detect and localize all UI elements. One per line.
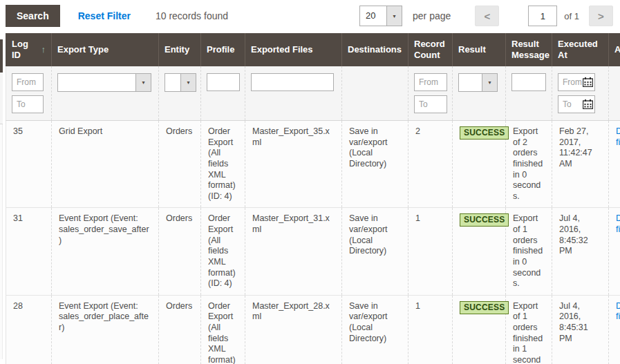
- cell-entity: Orders: [159, 295, 201, 364]
- search-button[interactable]: Search: [6, 5, 60, 27]
- chevron-down-icon: ▾: [135, 74, 151, 91]
- total-pages-label: of 1: [564, 11, 579, 21]
- column-header-exported-files[interactable]: Exported Files: [245, 33, 342, 66]
- cell-log-id: 31: [6, 208, 52, 295]
- filter-cell-destinations: [342, 66, 408, 121]
- pagination-controls: 20 ▾ per page < of 1 >: [359, 6, 613, 26]
- cell-result-message: Export of 1 orders finished in 0 seconds…: [506, 208, 552, 295]
- column-header-export-type[interactable]: Export Type: [52, 33, 159, 66]
- result-message-filter-input[interactable]: [511, 73, 546, 91]
- previous-page-button[interactable]: <: [475, 6, 499, 26]
- filter-cell-profile: [201, 66, 245, 121]
- log-id-to-input[interactable]: [12, 95, 44, 113]
- cell-destinations: Save in var/export (Local Directory): [342, 121, 408, 208]
- per-page-select[interactable]: 20 ▾: [359, 6, 402, 26]
- entity-filter-select[interactable]: ▾: [165, 73, 196, 92]
- column-header-log-id[interactable]: Log ID ↑: [6, 33, 52, 66]
- cell-executed-at: Jul 4, 2016, 8:45:31 PM: [552, 295, 609, 364]
- table-row[interactable]: 31 Event Export (Event: sales_order_save…: [6, 208, 620, 295]
- cell-export-type: Grid Export: [52, 121, 159, 208]
- cell-result: SUCCESS: [453, 208, 506, 295]
- calendar-icon[interactable]: [581, 76, 594, 88]
- download-file-link[interactable]: Download file: [616, 126, 620, 147]
- next-page-button[interactable]: >: [589, 6, 613, 26]
- cell-result: SUCCESS: [453, 295, 506, 364]
- column-header-destinations[interactable]: Destinations: [342, 33, 408, 66]
- column-header-result[interactable]: Result: [453, 33, 506, 66]
- status-badge: SUCCESS: [460, 126, 509, 140]
- cell-result-message: Export of 2 orders finished in 0 seconds…: [506, 121, 552, 208]
- cell-log-id: 28: [6, 295, 52, 364]
- clipped-left-edge: [0, 39, 3, 359]
- reset-filter-link[interactable]: Reset Filter: [78, 10, 131, 21]
- column-header-record-count[interactable]: Record Count: [408, 33, 453, 66]
- grid-header-row: Log ID ↑ Export Type Entity Profile Expo…: [6, 33, 620, 66]
- cell-entity: Orders: [159, 121, 201, 208]
- grid-toolbar: Search Reset Filter 10 records found 20 …: [0, 0, 620, 33]
- sort-ascending-icon: ↑: [41, 44, 46, 55]
- exported-files-filter-input[interactable]: [251, 73, 334, 91]
- cell-action: Download file: [609, 208, 620, 295]
- cell-executed-at: Jul 4, 2016, 8:45:32 PM: [552, 208, 609, 295]
- chevron-down-icon: ▾: [386, 6, 402, 26]
- cell-profile: Order Export (All fields XML format) (ID…: [201, 295, 245, 364]
- table-row[interactable]: 35 Grid Export Orders Order Export (All …: [6, 121, 620, 208]
- grid-filter-row: ▾ ▾: [6, 66, 620, 121]
- log-id-from-input[interactable]: [12, 73, 44, 91]
- cell-result-message: Export of 1 orders finished in 1 seconds…: [506, 295, 552, 364]
- cell-destinations: Save in var/export (Local Directory): [342, 208, 408, 295]
- cell-entity: Orders: [159, 208, 201, 295]
- record-count-from-input[interactable]: [414, 73, 447, 91]
- filter-cell-exported-files: [245, 66, 342, 121]
- export-log-grid: Log ID ↑ Export Type Entity Profile Expo…: [6, 33, 620, 364]
- cell-action: Download file: [609, 295, 620, 364]
- cell-action: Download file: [609, 121, 620, 208]
- filter-cell-entity: ▾: [159, 66, 201, 121]
- record-count-to-input[interactable]: [414, 95, 447, 113]
- filter-cell-result-message: [506, 66, 552, 121]
- chevron-down-icon: ▾: [180, 74, 196, 91]
- cell-record-count: 2: [408, 121, 453, 208]
- status-badge: SUCCESS: [460, 301, 509, 314]
- cell-profile: Order Export (All fields XML format) (ID…: [201, 121, 245, 208]
- profile-filter-input[interactable]: [207, 73, 240, 91]
- filter-cell-log-id: [6, 66, 52, 121]
- filter-cell-action: [609, 66, 620, 121]
- column-header-profile[interactable]: Profile: [201, 33, 245, 66]
- column-header-entity[interactable]: Entity: [159, 33, 201, 66]
- status-badge: SUCCESS: [460, 213, 509, 227]
- cell-result: SUCCESS: [453, 121, 506, 208]
- per-page-label: per page: [413, 10, 451, 21]
- cell-record-count: 1: [408, 295, 453, 364]
- cell-log-id: 35: [6, 121, 52, 208]
- column-header-action[interactable]: Action: [609, 33, 620, 66]
- table-row[interactable]: 28 Event Export (Event: sales_order_plac…: [6, 295, 620, 364]
- chevron-right-icon: >: [598, 10, 604, 22]
- cell-executed-at: Feb 27, 2017, 11:42:47 AM: [552, 121, 609, 208]
- result-filter-select[interactable]: ▾: [458, 73, 498, 92]
- cell-export-type: Event Export (Event: sales_order_place_a…: [52, 295, 159, 364]
- column-label: Log ID: [12, 39, 39, 61]
- cell-record-count: 1: [408, 208, 453, 295]
- per-page-value: 20: [360, 6, 386, 26]
- export-type-filter-select[interactable]: ▾: [57, 73, 151, 92]
- cell-export-type: Event Export (Event: sales_order_save_af…: [52, 208, 159, 295]
- chevron-left-icon: <: [484, 10, 490, 22]
- records-found-text: 10 records found: [156, 10, 228, 21]
- cell-exported-files: Master_Export_35.xml: [245, 121, 342, 208]
- filter-cell-record-count: [408, 66, 453, 121]
- calendar-icon[interactable]: [581, 98, 594, 111]
- filter-cell-export-type: ▾: [52, 66, 159, 121]
- filter-cell-result: ▾: [453, 66, 506, 121]
- cell-exported-files: Master_Export_28.xml: [245, 295, 342, 364]
- cell-destinations: Save in var/export (Local Directory): [342, 295, 408, 364]
- page-number-input[interactable]: [528, 6, 557, 26]
- download-file-link[interactable]: Download file: [616, 213, 620, 234]
- cell-profile: Order Export (All fields XML format) (ID…: [201, 208, 245, 295]
- filter-cell-executed-at: [552, 66, 609, 121]
- download-file-link[interactable]: Download file: [616, 301, 620, 322]
- chevron-down-icon: ▾: [482, 74, 497, 91]
- column-header-result-message[interactable]: Result Message: [506, 33, 552, 66]
- cell-exported-files: Master_Export_31.xml: [245, 208, 342, 295]
- column-header-executed-at[interactable]: Executed At: [552, 33, 609, 66]
